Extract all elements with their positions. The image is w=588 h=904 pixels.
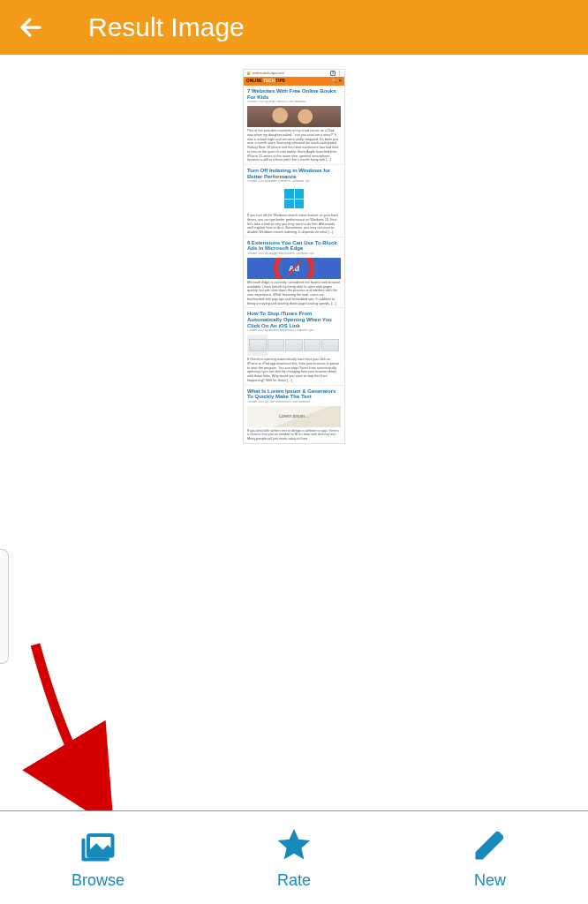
kebab-icon: ⋮ <box>337 71 342 76</box>
new-button[interactable]: New <box>392 811 588 904</box>
rate-label: Rate <box>277 871 311 890</box>
cap-url: online-tech-tips.com <box>253 72 328 76</box>
arrow-back-icon <box>18 14 44 41</box>
cap-article: 6 Extensions You Can Use To Block Ads In… <box>244 237 344 309</box>
cap-thumb-itunes <box>247 335 341 356</box>
annotation-arrow-icon <box>9 636 150 810</box>
back-button[interactable] <box>12 9 49 46</box>
browse-label: Browse <box>72 871 124 890</box>
cap-article: What Is Lorem Ipsum & Generators To Quic… <box>244 386 344 443</box>
new-label: New <box>474 871 506 890</box>
cap-site-header: ONLINETECHTIPS 🔍 ≡ <box>244 77 344 86</box>
captured-screenshot: 🔒 online-tech-tips.com 3 ⋮ ONLINETECHTIP… <box>243 69 345 444</box>
page-title: Result Image <box>88 12 245 42</box>
browse-button[interactable]: Browse <box>0 811 196 904</box>
gallery-icon <box>79 825 117 864</box>
cap-article: Turn Off Indexing in Windows for Better … <box>244 165 344 237</box>
cap-browser-bar: 🔒 online-tech-tips.com 3 ⋮ <box>244 70 344 77</box>
cap-thumb-kids <box>247 106 341 127</box>
star-icon <box>275 825 313 864</box>
pencil-icon <box>471 825 509 864</box>
cap-tabcount: 3 <box>330 71 335 77</box>
cap-thumb-lorem: Lorem ipsum… <box>247 406 341 427</box>
hamburger-icon: ≡ <box>339 79 342 83</box>
windows-logo-icon <box>284 189 304 208</box>
bottom-action-bar: Browse Rate New <box>0 810 588 904</box>
cap-thumb-windows <box>247 185 341 212</box>
rate-button[interactable]: Rate <box>196 811 392 904</box>
cap-article: How To Stop iTunes From Automatically Op… <box>244 308 344 385</box>
cap-article: 7 Websites With Free Online Books For Ki… <box>244 86 344 165</box>
app-bar: Result Image <box>0 0 588 55</box>
lock-icon: 🔒 <box>246 72 251 76</box>
result-canvas[interactable]: 🔒 online-tech-tips.com 3 ⋮ ONLINETECHTIP… <box>0 55 588 810</box>
fast-scroll-handle[interactable] <box>0 549 9 664</box>
search-icon: 🔍 <box>332 79 337 83</box>
cap-thumb-adblock: Ad <box>247 258 341 279</box>
